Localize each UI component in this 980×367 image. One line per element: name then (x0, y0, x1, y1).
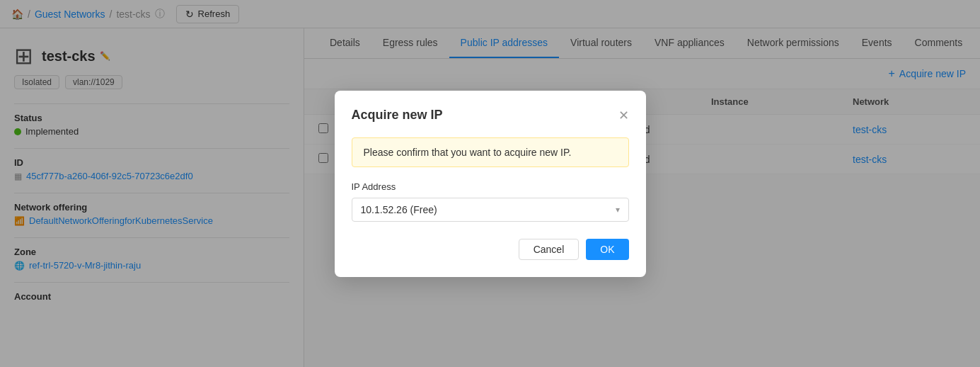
cancel-button[interactable]: Cancel (519, 239, 580, 260)
acquire-ip-modal: Acquire new IP ✕ Please confirm that you… (335, 91, 646, 277)
ip-address-select[interactable]: 10.1.52.26 (Free) ▾ (352, 198, 629, 222)
ip-address-label: IP Address (352, 181, 629, 192)
chevron-down-icon: ▾ (616, 205, 620, 215)
modal-header: Acquire new IP ✕ (352, 108, 629, 123)
page-wrapper: 🏠 / Guest Networks / test-cks ⓘ ↻ Refres… (0, 0, 980, 367)
modal-footer: Cancel OK (352, 239, 629, 260)
modal-close-button[interactable]: ✕ (618, 108, 629, 123)
confirm-message: Please confirm that you want to acquire … (352, 137, 629, 167)
modal-title: Acquire new IP (352, 108, 443, 123)
modal-overlay: Acquire new IP ✕ Please confirm that you… (0, 0, 980, 367)
ok-button[interactable]: OK (586, 239, 628, 260)
main-layout: ⊞ test-cks ✏️ Isolated vlan://1029 Statu… (0, 28, 980, 367)
ip-address-value: 10.1.52.26 (Free) (361, 204, 437, 215)
